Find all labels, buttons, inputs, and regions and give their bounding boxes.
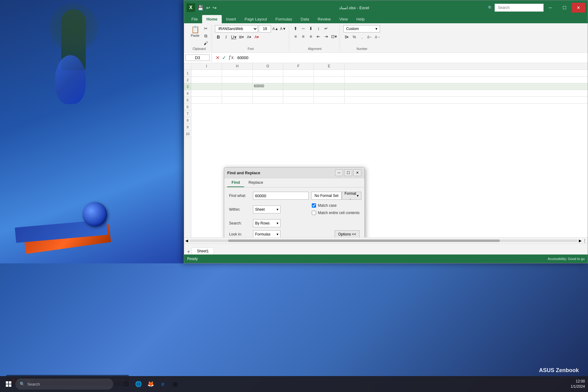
font-name-dropdown[interactable]: IRANSansWeb: [215, 25, 258, 32]
title-bar: X 💾 ↩ ↪ اسناد.xlsx - Excel 🔍 ─ ☐ ✕: [184, 0, 588, 15]
taskbar-browser-icon2[interactable]: 🦊: [145, 379, 156, 390]
options-button[interactable]: Options <<: [335, 230, 360, 237]
align-left-button[interactable]: ≡: [292, 33, 299, 40]
alignment-label: Alignment: [308, 47, 321, 51]
asus-brand: ASUS Zenbook: [539, 367, 579, 374]
align-middle-button[interactable]: ↔: [300, 25, 307, 32]
copy-button[interactable]: ⧉: [202, 32, 209, 39]
format-painter-button[interactable]: 🖌: [202, 40, 209, 47]
taskbar-search-bar[interactable]: 🔍 Search: [15, 379, 113, 390]
taskbar-search-text: Search: [27, 382, 40, 386]
currency-button[interactable]: $▾: [343, 34, 350, 40]
svg-rect-0: [6, 381, 8, 384]
insert-function-icon[interactable]: ƒx: [228, 55, 234, 61]
status-accessibility: Accessibility: Good to go: [548, 257, 585, 261]
comma-button[interactable]: ,: [359, 34, 365, 40]
taskbar-system-icons: 12:00 1/1/2024: [571, 379, 585, 389]
tab-help[interactable]: Help: [352, 15, 369, 23]
alignment-content: ⬆ ↔ ⬇ ↕ ↵ ≡ ≡ ≡ ⇤ ⇥ ⊡▾: [292, 25, 337, 47]
taskbar-edge-icon[interactable]: e: [157, 379, 168, 390]
excel-window: X 💾 ↩ ↪ اسناد.xlsx - Excel 🔍 ─ ☐ ✕ File …: [184, 0, 588, 263]
font-color-button[interactable]: A▾: [253, 34, 260, 40]
tab-review[interactable]: Review: [313, 15, 335, 23]
tab-data[interactable]: Data: [296, 15, 313, 23]
increase-decimal-button[interactable]: .0→: [374, 34, 381, 40]
percent-button[interactable]: %: [351, 34, 358, 40]
find-what-input[interactable]: [253, 192, 309, 200]
dialog-tab-replace[interactable]: Replace: [244, 178, 267, 187]
title-search-icon: 🔍: [488, 6, 493, 10]
wrap-text-button[interactable]: ↵: [323, 25, 330, 32]
sheet-tab-1[interactable]: Sheet1: [192, 247, 214, 254]
format-button[interactable]: Format , ▾: [342, 192, 361, 200]
merge-cells-button[interactable]: ⊡▾: [330, 33, 337, 40]
border-button[interactable]: ⊞▾: [238, 34, 245, 40]
tab-formulas[interactable]: Formulas: [271, 15, 296, 23]
confirm-formula-icon[interactable]: ✓: [222, 55, 226, 61]
no-format-button[interactable]: No Format Set: [311, 192, 342, 200]
tab-view[interactable]: View: [335, 15, 352, 23]
start-button[interactable]: [3, 379, 14, 390]
font-size-increase-button[interactable]: A▲: [272, 25, 279, 32]
close-button[interactable]: ✕: [572, 3, 585, 13]
dialog-tabs: Find Replace: [224, 178, 364, 187]
taskbar-apps: ⬡ 🌐 🦊 e ◎: [121, 379, 181, 390]
tab-home[interactable]: Home: [202, 15, 222, 23]
match-entire-checkbox[interactable]: [312, 211, 316, 215]
cancel-formula-icon[interactable]: ✕: [216, 55, 220, 61]
more-options-icon[interactable]: ⋮: [583, 239, 586, 243]
number-row-1: Custom ▾: [343, 25, 380, 32]
row-2: [191, 77, 588, 83]
increase-indent-button[interactable]: ⇥: [323, 33, 330, 40]
align-top-button[interactable]: ⬆: [292, 25, 299, 32]
alignment-row-2: ≡ ≡ ≡ ⇤ ⇥ ⊡▾: [292, 33, 337, 40]
within-dropdown[interactable]: Sheet ▾: [253, 205, 281, 213]
tab-file[interactable]: File: [187, 15, 202, 23]
italic-button[interactable]: I: [223, 34, 229, 40]
cut-button[interactable]: ✂: [202, 25, 209, 32]
scroll-left-icon[interactable]: ◀: [185, 239, 188, 243]
dialog-close-button[interactable]: ✕: [353, 169, 361, 176]
scroll-right-icon[interactable]: ▶: [579, 239, 582, 243]
dialog-maximize-button[interactable]: ☐: [344, 169, 352, 176]
cell-reference-box[interactable]: D3: [185, 55, 210, 61]
status-bar: Ready Accessibility: Good to go: [184, 254, 588, 263]
paste-button[interactable]: 📋 Paste: [189, 25, 201, 39]
align-right-button[interactable]: ≡: [307, 33, 314, 40]
tab-insert[interactable]: Insert: [222, 15, 240, 23]
underline-button[interactable]: U▾: [230, 34, 237, 40]
bold-button[interactable]: B: [215, 34, 222, 40]
dialog-minimize-button[interactable]: ─: [335, 169, 343, 176]
maximize-button[interactable]: ☐: [558, 3, 571, 13]
undo-icon[interactable]: ↩: [206, 5, 210, 11]
font-size-input[interactable]: [259, 25, 271, 32]
match-case-checkbox[interactable]: [312, 203, 316, 208]
number-format-dropdown[interactable]: Custom ▾: [343, 25, 380, 32]
align-bottom-button[interactable]: ⬇: [307, 25, 314, 32]
taskbar-widget-icon[interactable]: ⬡: [121, 379, 132, 390]
taskbar-chrome-icon[interactable]: ◎: [170, 379, 181, 390]
save-icon[interactable]: 💾: [198, 5, 204, 11]
decrease-decimal-button[interactable]: .0←: [366, 34, 373, 40]
formula-input[interactable]: [236, 55, 586, 61]
horizontal-scrollbar[interactable]: ◀ ▶ ⋮: [184, 237, 588, 243]
look-in-dropdown[interactable]: Formulas ▾: [253, 230, 281, 237]
add-sheet-button[interactable]: +: [185, 249, 192, 254]
text-direction-button[interactable]: ↕: [315, 25, 322, 32]
align-center-button[interactable]: ≡: [300, 33, 307, 40]
redo-icon[interactable]: ↪: [213, 5, 217, 11]
fill-color-button[interactable]: A▾: [246, 34, 252, 40]
taskbar-browser-icon1[interactable]: 🌐: [133, 379, 144, 390]
minimize-button[interactable]: ─: [544, 3, 557, 13]
row-1: [191, 70, 588, 77]
title-search-input[interactable]: [495, 4, 544, 12]
window-title: اسناد.xlsx - Excel: [220, 6, 488, 10]
tab-page-layout[interactable]: Page Layout: [240, 15, 271, 23]
match-case-row: Match case: [312, 203, 360, 208]
dialog-tab-find[interactable]: Find: [227, 178, 244, 187]
ribbon-tab-bar: File Home Insert Page Layout Formulas Da…: [184, 15, 588, 23]
font-size-decrease-button[interactable]: A▼: [280, 25, 286, 32]
decrease-indent-button[interactable]: ⇤: [315, 33, 322, 40]
spreadsheet-area[interactable]: I H G F E 1 2 3 4 5 6 7 8 9 10: [184, 63, 588, 237]
search-dropdown[interactable]: By Rows ▾: [253, 219, 281, 227]
